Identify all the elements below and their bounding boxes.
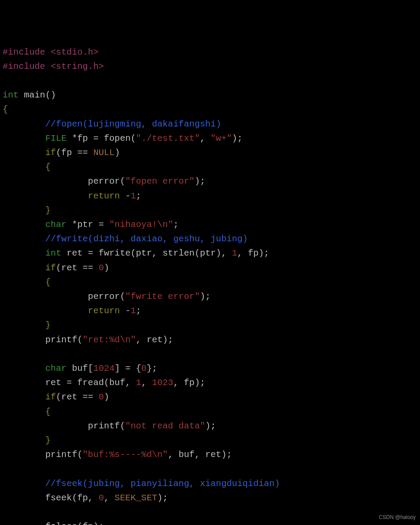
- code-token: perror(: [3, 176, 125, 186]
- code-token: , ret);: [136, 335, 173, 345]
- code-token: ): [104, 263, 109, 273]
- code-token: printf(: [3, 421, 125, 431]
- code-token: 1024: [93, 363, 114, 373]
- code-token: 1: [130, 306, 136, 316]
- code-token: [3, 392, 45, 402]
- code-token: ret = fread(buf,: [3, 378, 136, 388]
- code-token: 0: [141, 363, 147, 373]
- code-token: [3, 133, 45, 143]
- code-token: "fwrite error": [125, 292, 200, 301]
- code-token: , fp);: [173, 378, 205, 388]
- code-token: ret = fwrite(ptr, strlen(ptr),: [61, 248, 232, 258]
- code-token: [3, 479, 45, 489]
- code-token: char: [45, 363, 66, 373]
- code-token: [3, 119, 45, 129]
- code-token: );: [195, 176, 205, 186]
- code-token: }: [45, 435, 50, 445]
- code-token: <stdio.h>: [51, 47, 99, 57]
- code-token: //fopen(lujingming, dakaifangshi): [45, 119, 221, 129]
- code-token: [3, 407, 45, 417]
- code-token: [3, 162, 45, 172]
- code-token: 0: [98, 392, 104, 402]
- code-token: if: [45, 392, 56, 402]
- code-token: *ptr =: [67, 220, 109, 230]
- code-token: ,: [200, 133, 211, 143]
- code-token: ;: [136, 191, 141, 201]
- code-token: }: [45, 320, 50, 330]
- code-token: , buf, ret);: [168, 450, 232, 460]
- code-token: (ret ==: [56, 263, 98, 273]
- code-token: "w+": [211, 133, 232, 143]
- code-token: ): [104, 392, 109, 402]
- code-token: ,: [104, 493, 115, 503]
- code-token: int: [45, 248, 61, 258]
- code-token: return: [88, 191, 120, 201]
- code-token: (): [45, 90, 56, 100]
- code-token: -: [120, 191, 131, 201]
- code-token: [3, 320, 45, 330]
- code-token: (ret ==: [56, 392, 98, 402]
- code-token: ;: [136, 306, 141, 316]
- code-token: char: [45, 220, 66, 230]
- code-block: #include <stdio.h> #include <string.h> i…: [3, 45, 417, 525]
- code-token: SEEK_SET: [114, 493, 157, 503]
- code-token: [3, 248, 45, 258]
- code-token: -: [120, 306, 131, 316]
- code-token: );: [200, 292, 211, 301]
- code-token: [3, 191, 88, 201]
- code-token: "ret:%d\n": [83, 335, 136, 345]
- code-token: ): [114, 148, 120, 158]
- code-token: {: [3, 104, 8, 114]
- code-token: {: [45, 277, 50, 287]
- code-token: (fp ==: [56, 148, 93, 158]
- code-token: }: [45, 205, 50, 215]
- code-token: [3, 277, 45, 287]
- code-token: , fp);: [237, 248, 269, 258]
- code-token: 1: [130, 191, 136, 201]
- code-token: //fwrite(dizhi, daxiao, geshu, jubing): [45, 234, 247, 244]
- code-token: ] = {: [114, 363, 141, 373]
- code-token: return: [88, 306, 120, 316]
- code-token: {: [45, 407, 50, 417]
- code-token: };: [147, 363, 157, 373]
- code-token: if: [45, 148, 56, 158]
- code-token: 0: [98, 493, 104, 503]
- code-token: [3, 263, 45, 273]
- code-token: printf(: [3, 450, 83, 460]
- watermark-text: CSDN @halooy: [379, 513, 416, 522]
- code-token: "buf:%s----%d\n": [83, 450, 168, 460]
- code-token: );: [232, 133, 243, 143]
- code-token: //fseek(jubing, pianyiliang, xiangduiqid…: [45, 479, 280, 489]
- code-token: "fopen error": [125, 176, 195, 186]
- code-token: ;: [173, 220, 179, 230]
- code-token: 1: [232, 248, 237, 258]
- code-token: {: [45, 162, 50, 172]
- code-token: perror(: [3, 292, 125, 301]
- code-token: [3, 220, 45, 230]
- code-token: [3, 234, 45, 244]
- code-token: FILE: [45, 133, 66, 143]
- code-token: fclose(fp);: [3, 522, 104, 525]
- code-token: "nihaoya!\n": [109, 220, 173, 230]
- code-token: #include: [3, 47, 51, 57]
- code-token: printf(: [3, 335, 83, 345]
- code-token: [3, 148, 45, 158]
- code-token: 1: [136, 378, 141, 388]
- code-token: int: [3, 90, 19, 100]
- code-token: );: [157, 493, 168, 503]
- code-token: <string.h>: [51, 62, 104, 71]
- code-token: "not read data": [125, 421, 205, 431]
- code-token: );: [205, 421, 216, 431]
- code-token: [3, 435, 45, 445]
- code-token: buf[: [67, 363, 94, 373]
- code-token: fseek(fp,: [3, 493, 98, 503]
- code-token: 0: [98, 263, 104, 273]
- code-token: main: [19, 90, 46, 100]
- code-token: if: [45, 263, 56, 273]
- code-token: [3, 306, 88, 316]
- code-token: 1023: [152, 378, 173, 388]
- code-token: *fp = fopen(: [67, 133, 136, 143]
- code-token: #include: [3, 62, 51, 71]
- code-token: NULL: [93, 148, 114, 158]
- code-token: [3, 363, 45, 373]
